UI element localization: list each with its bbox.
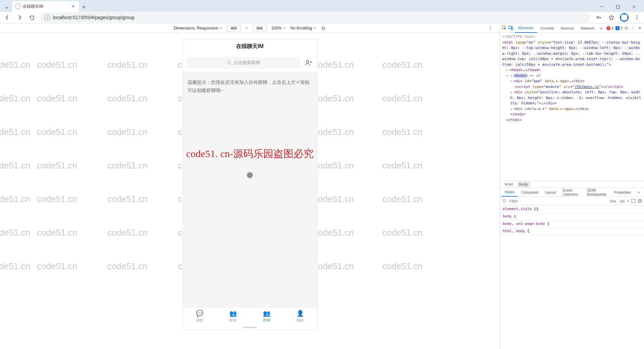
css-rule[interactable]: html, body {</span><div class="rule-prop… (500, 228, 644, 236)
tab-strip: 在线聊天IM ✕ + (0, 0, 644, 12)
watermark-text: code51.cn (314, 160, 354, 171)
mobile-frame: 在线聊天IM 点击搜索群聊 温馨提示：您现在还没有加入任何群聊，点击右上方'+'… (183, 39, 317, 330)
breadcrumb-html[interactable]: html (503, 182, 516, 187)
tabbar-item-1[interactable]: 👥好友 (216, 308, 250, 325)
devtools-menu-icon[interactable]: ⋮ (630, 24, 636, 32)
maximize-button[interactable] (610, 2, 625, 12)
app-tabbar: 💬消息👥好友👥群聊👤我的 (183, 307, 317, 325)
devtools-settings-icon[interactable] (623, 24, 629, 32)
watermark-text: code51.cn (0, 194, 30, 204)
watermark-text: code51.cn (314, 261, 354, 271)
watermark-text: code51.cn (107, 194, 148, 204)
watermark-text: code51.cn (314, 228, 354, 238)
svg-point-5 (637, 19, 638, 20)
tabbar-label: 好友 (229, 318, 237, 323)
tabbar-item-0[interactable]: 💬消息 (183, 308, 216, 325)
tabbar-item-2[interactable]: 👥群聊 (250, 308, 283, 325)
css-rule[interactable]: element.style {} (500, 206, 644, 213)
devtools-tab-sources[interactable]: Sources (557, 23, 577, 33)
svg-point-3 (637, 15, 638, 16)
app-body: 温馨提示：您现在还没有加入任何群聊，点击右上方'+'按钮可以创建群聊哦~ (183, 72, 317, 307)
dom-tree[interactable]: <!DOCTYPE html> <html lang="en" style="f… (500, 33, 644, 181)
watermark-text: code51.cn (382, 60, 423, 70)
devtools-tab-console[interactable]: Console (537, 23, 557, 33)
browser-tab[interactable]: 在线聊天IM ✕ (12, 1, 79, 12)
dimensions-dropdown[interactable]: Dimensions: Responsive (174, 26, 222, 31)
search-row: 点击搜索群聊 (183, 54, 317, 72)
nav-back-button[interactable] (2, 12, 13, 23)
nav-forward-button[interactable] (14, 12, 25, 23)
styles-tab-event-listeners[interactable]: Event Listeners (560, 188, 584, 197)
app-header: 在线聊天IM (183, 39, 317, 54)
device-toolbar-menu[interactable]: ⋮ (486, 26, 494, 31)
filter-tool-cls[interactable]: .cls (619, 199, 625, 203)
url-text: localhost:5173/h5/#/pages/group/group (53, 15, 586, 20)
search-icon (227, 60, 232, 65)
svg-point-4 (637, 17, 638, 18)
watermark-text: code51.cn (37, 228, 77, 238)
close-tab-icon[interactable]: ✕ (70, 4, 76, 9)
tab-search-button[interactable] (3, 4, 11, 12)
add-group-button[interactable] (304, 58, 313, 67)
dom-breadcrumbs[interactable]: htmlbody (500, 181, 644, 188)
styles-rules[interactable]: element.style {}body {</span><div class=… (500, 205, 644, 349)
toggle-classes-icon[interactable] (631, 199, 636, 203)
site-info-icon[interactable]: i (44, 14, 50, 20)
devtools-tab-network[interactable]: Network (577, 23, 597, 33)
filter-tool-[interactable]: + (627, 199, 629, 203)
styles-tab-properties[interactable]: Properties (611, 188, 634, 197)
minimize-button[interactable] (594, 2, 609, 12)
new-tab-button[interactable]: + (79, 2, 89, 12)
devtools-tab-elements[interactable]: Elements (515, 23, 537, 33)
close-window-button[interactable] (627, 2, 641, 12)
styles-filter-input[interactable] (508, 198, 607, 204)
watermark-text: code51.cn (0, 228, 30, 238)
tabbar-icon: 👤 (297, 310, 304, 317)
tabbar-item-3[interactable]: 👤我的 (283, 308, 317, 325)
breadcrumb-body[interactable]: body (517, 182, 530, 187)
styles-tab-computed[interactable]: Computed (518, 188, 541, 197)
inspect-element-icon[interactable] (501, 24, 507, 32)
devtools-tabs: ElementsConsoleSourcesNetwork (515, 23, 598, 33)
styles-tab-dom-breakpoints[interactable]: DOM Breakpoints (584, 188, 610, 197)
devtools-more-tabs[interactable]: » (598, 26, 604, 30)
css-rule[interactable]: body, uni-page-body {</span><div class="… (500, 221, 644, 228)
device-mode-icon[interactable] (508, 24, 514, 32)
device-height-input[interactable] (253, 25, 267, 31)
styles-tab-styles[interactable]: Styles (501, 188, 518, 197)
svg-line-7 (230, 64, 231, 65)
app-title: 在线聊天IM (236, 43, 264, 50)
drag-handle[interactable] (183, 325, 317, 330)
zoom-dropdown[interactable]: 100% (271, 26, 286, 31)
svg-point-12 (626, 28, 627, 29)
filter-tool-hov[interactable]: :hov (609, 199, 616, 203)
tabbar-icon: 👥 (263, 310, 270, 317)
svg-point-2 (597, 16, 599, 18)
svg-point-8 (307, 60, 309, 63)
error-count[interactable]: ✕1 (606, 26, 613, 30)
tabbar-label: 消息 (196, 318, 203, 323)
svg-rect-1 (616, 5, 620, 8)
device-width-input[interactable] (227, 25, 241, 31)
chrome-menu-icon[interactable] (632, 12, 642, 22)
warning-count[interactable]: !7 (615, 26, 623, 30)
reload-button[interactable] (26, 12, 37, 23)
address-bar[interactable]: i localhost:5173/h5/#/pages/group/group (40, 12, 590, 22)
rotate-icon[interactable] (321, 26, 326, 31)
watermark-text: code51.cn (37, 127, 77, 137)
password-icon[interactable] (594, 12, 604, 22)
watermark-text: code51.cn (37, 60, 77, 70)
profile-avatar[interactable] (619, 12, 629, 22)
styles-tabs-more[interactable]: » (635, 188, 643, 197)
cursor-dot-icon (247, 172, 253, 178)
css-rule[interactable]: body {</span><div class="rule-prop "><sp… (500, 213, 644, 221)
throttling-dropdown[interactable]: No throttling (290, 26, 316, 31)
watermark-text: code51.cn (0, 60, 30, 70)
devtools-close-icon[interactable]: ✕ (637, 24, 643, 32)
page-area: Dimensions: Responsive × 100% No throttl… (0, 23, 500, 349)
computed-styles-icon[interactable] (638, 199, 642, 203)
watermark-text: code51.cn (107, 160, 148, 171)
styles-tab-layout[interactable]: Layout (542, 188, 559, 197)
bookmark-star-icon[interactable] (606, 12, 616, 22)
search-input[interactable]: 点击搜索群聊 (187, 57, 300, 68)
